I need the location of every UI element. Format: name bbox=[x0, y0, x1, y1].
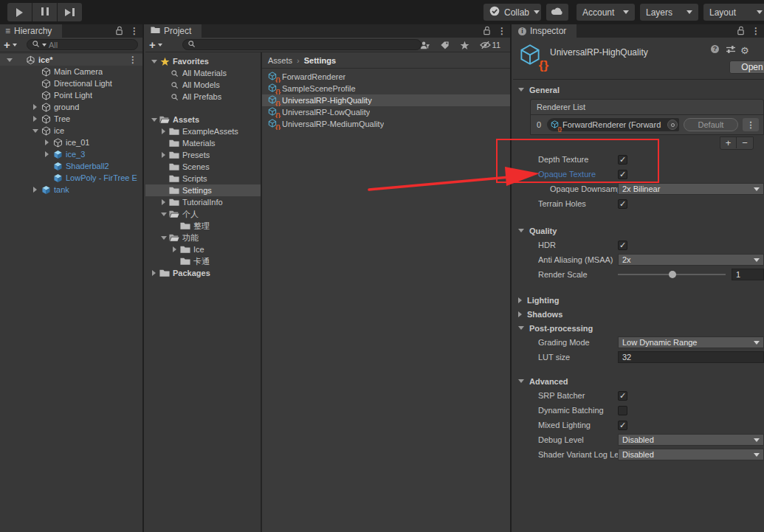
renderer-object-field[interactable]: {} ForwardRenderer (Forward bbox=[547, 118, 679, 131]
open-button[interactable]: Open bbox=[729, 61, 764, 74]
hierarchy-item-ice-01[interactable]: ice_01 bbox=[0, 137, 142, 148]
tree-item-tutorialinfo[interactable]: TutorialInfo bbox=[145, 196, 261, 208]
section-lighting[interactable]: Lighting bbox=[513, 293, 764, 307]
tree-item-item[interactable]: 整理 bbox=[145, 220, 261, 232]
default-button[interactable]: Default bbox=[684, 118, 738, 131]
tab-project[interactable]: Project bbox=[145, 24, 202, 38]
collab-dropdown[interactable]: Collab bbox=[483, 4, 541, 21]
play-button[interactable] bbox=[7, 3, 32, 21]
hierarchy-item-lowpoly-firtree-e[interactable]: LowPoly - FirTree E bbox=[0, 172, 142, 184]
foldout-arrow[interactable] bbox=[159, 128, 168, 134]
foldout-arrow[interactable] bbox=[149, 118, 159, 122]
presets-icon[interactable] bbox=[726, 45, 736, 54]
debug-level-dropdown[interactable]: Disabled bbox=[618, 434, 764, 446]
foldout-arrow[interactable] bbox=[149, 60, 159, 63]
srp-batcher-checkbox[interactable]: ✓ bbox=[618, 391, 627, 401]
opaque-texture-checkbox[interactable]: ✓ bbox=[618, 170, 627, 179]
asset-universalrp-mediumquality[interactable]: {}UniversalRP-MediumQuality bbox=[262, 118, 510, 130]
kebab-menu-icon[interactable]: ⋮ bbox=[128, 55, 137, 64]
scene-header[interactable]: ice* ⋮ bbox=[0, 54, 142, 66]
hierarchy-item-ice[interactable]: ice bbox=[0, 125, 142, 137]
lut-size-input[interactable]: 32 bbox=[618, 351, 764, 363]
hierarchy-item-point-light[interactable]: Point Light bbox=[0, 89, 142, 101]
section-quality[interactable]: Quality bbox=[513, 224, 764, 238]
tree-item-packages[interactable]: Packages bbox=[145, 267, 261, 279]
asset-forwardrenderer[interactable]: {}ForwardRenderer bbox=[262, 71, 510, 83]
opaque-downsampling-dropdown[interactable]: 2x Bilinear bbox=[618, 183, 764, 195]
renderer-kebab-button[interactable]: ⋮ bbox=[743, 118, 759, 131]
asset-universalrp-highquality[interactable]: {}UniversalRP-HighQuality bbox=[262, 94, 510, 106]
tree-item-item[interactable]: 卡通 bbox=[145, 255, 261, 267]
dynamic-batching-checkbox[interactable] bbox=[618, 406, 627, 415]
mixed-lighting-checkbox[interactable]: ✓ bbox=[618, 421, 627, 430]
hidden-packages-toggle[interactable]: 11 bbox=[475, 38, 506, 52]
breadcrumb-root[interactable]: Assets bbox=[268, 56, 292, 65]
tree-item-item[interactable]: 个人 bbox=[145, 208, 261, 220]
layout-dropdown[interactable]: Layout bbox=[703, 4, 764, 21]
tree-item-all-prefabs[interactable]: All Prefabs bbox=[145, 91, 261, 103]
search-by-label-button[interactable] bbox=[435, 38, 455, 52]
terrain-holes-checkbox[interactable]: ✓ bbox=[618, 199, 627, 209]
foldout-arrow[interactable] bbox=[42, 151, 52, 157]
tree-item-scripts[interactable]: Scripts bbox=[145, 173, 261, 184]
tree-item-presets[interactable]: Presets bbox=[145, 149, 261, 161]
help-icon[interactable]: ? bbox=[711, 45, 719, 53]
tree-item-item[interactable]: 功能 bbox=[145, 232, 261, 243]
hierarchy-item-tree[interactable]: Tree bbox=[0, 113, 142, 125]
tree-item-materials[interactable]: Materials bbox=[145, 137, 261, 149]
lock-icon[interactable] bbox=[737, 26, 745, 37]
kebab-menu-icon[interactable]: ⋮ bbox=[130, 27, 139, 35]
tree-item-exampleassets[interactable]: ExampleAssets bbox=[145, 125, 261, 137]
section-post-processing[interactable]: Post-processing bbox=[513, 321, 764, 335]
field-label[interactable]: Opaque Texture bbox=[538, 170, 618, 179]
slider-thumb[interactable] bbox=[669, 271, 676, 278]
add-renderer-button[interactable]: + bbox=[720, 137, 737, 148]
foldout-arrow[interactable] bbox=[30, 129, 40, 133]
foldout-arrow[interactable] bbox=[30, 104, 40, 110]
lock-icon[interactable] bbox=[115, 26, 123, 37]
section-advanced[interactable]: Advanced bbox=[513, 374, 764, 388]
foldout-arrow[interactable] bbox=[4, 58, 14, 62]
project-add-button[interactable]: + bbox=[149, 39, 162, 50]
hierarchy-item-ice-3[interactable]: ice_3 bbox=[0, 148, 142, 160]
remove-renderer-button[interactable]: − bbox=[737, 137, 753, 148]
section-general[interactable]: General bbox=[513, 83, 764, 97]
section-shadows[interactable]: Shadows bbox=[513, 307, 764, 321]
foldout-arrow[interactable] bbox=[149, 270, 159, 276]
render-scale-value[interactable]: 1 bbox=[732, 269, 764, 280]
grading-mode-dropdown[interactable]: Low Dynamic Range bbox=[618, 336, 764, 348]
search-by-type-button[interactable] bbox=[415, 38, 435, 52]
account-dropdown[interactable]: Account bbox=[577, 4, 635, 21]
hdr-checkbox[interactable]: ✓ bbox=[618, 241, 627, 250]
cloud-button[interactable] bbox=[546, 4, 568, 21]
gear-icon[interactable]: ⚙ bbox=[740, 45, 749, 56]
anti-aliasing-msaa-dropdown[interactable]: 2x bbox=[618, 254, 764, 266]
hierarchy-item-tank[interactable]: tank bbox=[0, 184, 142, 196]
render-scale-slider[interactable] bbox=[618, 269, 726, 280]
hierarchy-item-main-camera[interactable]: Main Camera bbox=[0, 66, 142, 77]
tree-item-favorites[interactable]: Favorites bbox=[145, 55, 261, 67]
tree-item-scenes[interactable]: Scenes bbox=[145, 161, 261, 173]
foldout-arrow[interactable] bbox=[30, 187, 40, 193]
hierarchy-add-button[interactable]: + bbox=[4, 39, 17, 50]
lock-icon[interactable] bbox=[483, 26, 491, 37]
shader-variant-log-level-dropdown[interactable]: Disabled bbox=[618, 449, 764, 460]
tab-inspector[interactable]: i Inspector bbox=[513, 24, 577, 38]
asset-universalrp-lowquality[interactable]: {}UniversalRP-LowQuality bbox=[262, 106, 510, 118]
tab-hierarchy[interactable]: ≡ Hierarchy bbox=[0, 24, 62, 38]
foldout-arrow[interactable] bbox=[159, 213, 168, 216]
breadcrumb-current[interactable]: Settings bbox=[304, 56, 336, 65]
pause-button[interactable] bbox=[32, 3, 57, 21]
foldout-arrow[interactable] bbox=[159, 236, 168, 240]
kebab-menu-icon[interactable]: ⋮ bbox=[498, 27, 506, 35]
foldout-arrow[interactable] bbox=[42, 139, 52, 145]
tree-item-all-models[interactable]: All Models bbox=[145, 79, 261, 91]
layers-dropdown[interactable]: Layers bbox=[640, 4, 698, 21]
step-button[interactable] bbox=[58, 3, 82, 21]
tree-item-ice[interactable]: Ice bbox=[145, 243, 261, 255]
hierarchy-item-ground[interactable]: ground bbox=[0, 101, 142, 113]
tree-item-assets[interactable]: Assets bbox=[145, 114, 261, 125]
hierarchy-item-directional-light[interactable]: Directional Light bbox=[0, 77, 142, 89]
tree-item-all-materials[interactable]: All Materials bbox=[145, 67, 261, 79]
foldout-arrow[interactable] bbox=[30, 116, 40, 122]
